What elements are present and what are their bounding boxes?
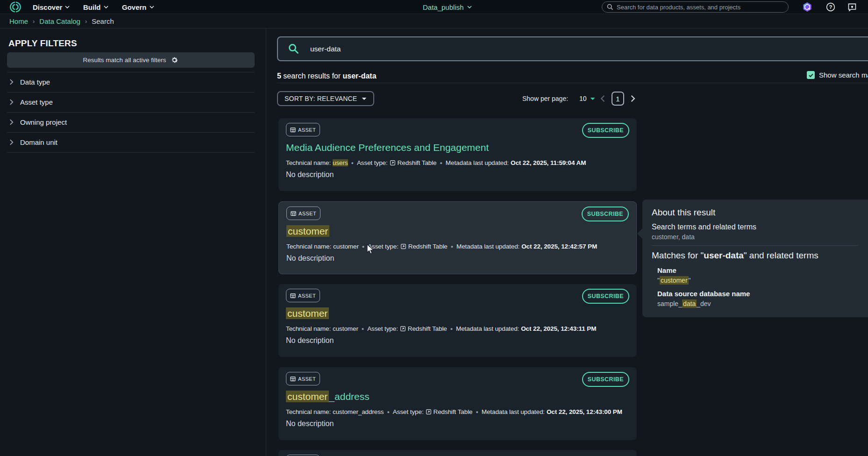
redshift-icon <box>400 243 406 249</box>
table-icon <box>290 127 296 133</box>
panel-field: Data source database namesample_data_dev <box>657 290 859 307</box>
result-description: No description <box>286 254 334 263</box>
check-icon <box>808 72 814 78</box>
divider <box>652 245 859 246</box>
result-meta: Technical name:customer ● Asset type: Re… <box>286 243 597 250</box>
about-result-panel: About this result Search terms and relat… <box>642 200 868 317</box>
asset-type-badge: ASSET <box>286 207 320 220</box>
result-card[interactable]: ASSET SUBSCRIBE customer_address Technic… <box>278 367 637 440</box>
breadcrumb-home[interactable]: Home <box>9 17 28 25</box>
filter-group-label: Asset type <box>20 98 53 106</box>
result-meta: Technical name:customer ● Asset type: Re… <box>286 325 596 332</box>
filter-group-label: Owning project <box>20 118 67 126</box>
asset-type-badge: ASSET <box>286 123 320 136</box>
chevron-right-icon <box>9 79 14 85</box>
result-card[interactable]: ASSET SUBSCRIBE customer Technical name:… <box>278 284 637 357</box>
subscribe-button[interactable]: SUBSCRIBE <box>582 289 629 304</box>
table-icon <box>290 293 296 299</box>
nav-build[interactable]: Build <box>83 0 108 14</box>
result-description: No description <box>286 420 334 428</box>
breadcrumb-current-search: Search <box>92 17 114 25</box>
subscribe-button[interactable]: SUBSCRIBE <box>582 207 629 221</box>
panel-field-label: Data source database name <box>657 290 859 298</box>
chevron-down-icon <box>149 6 154 8</box>
subscribe-button[interactable]: SUBSCRIBE <box>582 372 629 387</box>
nav-build-label: Build <box>83 3 101 11</box>
chevron-down-icon <box>65 6 70 8</box>
result-title-link[interactable]: customer <box>286 308 329 319</box>
asset-type-badge: ASSET <box>286 372 320 385</box>
breadcrumb-separator: › <box>85 18 87 25</box>
table-icon <box>290 376 296 382</box>
asset-type-badge: ASSET <box>286 289 320 302</box>
result-card[interactable]: ASSET SUBSCRIBE customer Technical name:… <box>278 201 637 274</box>
result-card[interactable]: ASSET <box>278 450 637 456</box>
amazon-q-icon[interactable] <box>802 2 812 12</box>
filter-group-domain-unit[interactable]: Domain unit <box>0 132 255 152</box>
apply-filters-heading: APPLY FILTERS <box>8 38 77 49</box>
panel-title: About this result <box>652 207 859 218</box>
filter-group-owning-project[interactable]: Owning project <box>0 112 255 132</box>
chevron-down-icon <box>104 6 108 8</box>
show-search-matches-toggle[interactable]: Show search matches <box>807 71 868 79</box>
nav-govern-label: Govern <box>122 3 147 11</box>
panel-subtitle: Search terms and related terms <box>652 223 859 231</box>
svg-text:?: ? <box>829 4 832 10</box>
result-title-link[interactable]: Media Audience Preferences and Engagemen… <box>286 142 489 153</box>
feedback-icon[interactable] <box>847 2 857 12</box>
divider <box>7 152 255 153</box>
filters-match-note[interactable]: Results match all active filters <box>7 52 255 68</box>
panel-field-label: Name <box>657 266 859 274</box>
filters-match-note-label: Results match all active filters <box>83 57 166 64</box>
result-description: No description <box>286 336 334 345</box>
panel-field-value: sample_data_dev <box>657 300 859 307</box>
nav-discover-label: Discover <box>33 3 62 11</box>
result-card[interactable]: ASSET SUBSCRIBE Media Audience Preferenc… <box>278 118 637 191</box>
panel-arrow <box>637 228 642 239</box>
redshift-icon <box>400 326 406 332</box>
subscribe-button[interactable]: SUBSCRIBE <box>582 123 629 138</box>
nav-discover[interactable]: Discover <box>33 0 70 14</box>
search-results-list: ASSET SUBSCRIBE Media Audience Preferenc… <box>278 0 637 456</box>
datazone-logo-icon[interactable] <box>9 1 21 13</box>
redshift-icon <box>390 160 396 166</box>
panel-field-value: "customer" <box>657 277 859 284</box>
filter-group-label: Data type <box>20 78 50 86</box>
filter-group-label: Domain unit <box>20 138 57 146</box>
help-icon[interactable]: ? <box>826 2 835 12</box>
result-title-link[interactable]: customer_address <box>286 391 370 402</box>
chevron-right-icon <box>9 119 14 125</box>
breadcrumb-data-catalog[interactable]: Data Catalog <box>39 17 80 25</box>
result-description: No description <box>286 171 334 179</box>
table-icon <box>291 211 296 216</box>
redshift-icon <box>426 409 432 415</box>
result-title-link[interactable]: customer <box>286 226 329 237</box>
filter-group-asset-type[interactable]: Asset type <box>0 92 255 112</box>
result-meta: Technical name:users ● Asset type: Redsh… <box>286 159 586 166</box>
chevron-right-icon <box>9 139 14 145</box>
filter-group-data-type[interactable]: Data type <box>0 72 255 92</box>
breadcrumb-separator: › <box>33 18 35 25</box>
show-search-matches-label: Show search matches <box>819 71 868 79</box>
panel-matches-heading: Matches for "user-data" and related term… <box>652 250 859 261</box>
checkbox-checked[interactable] <box>807 71 815 79</box>
chevron-right-icon <box>9 99 14 105</box>
nav-govern[interactable]: Govern <box>122 0 154 14</box>
mouse-cursor <box>367 244 375 255</box>
result-meta: Technical name:customer_address ● Asset … <box>286 408 622 415</box>
gear-icon[interactable] <box>171 56 178 64</box>
panel-terms: customer, data <box>652 233 859 241</box>
panel-field: Name"customer" <box>657 266 859 284</box>
